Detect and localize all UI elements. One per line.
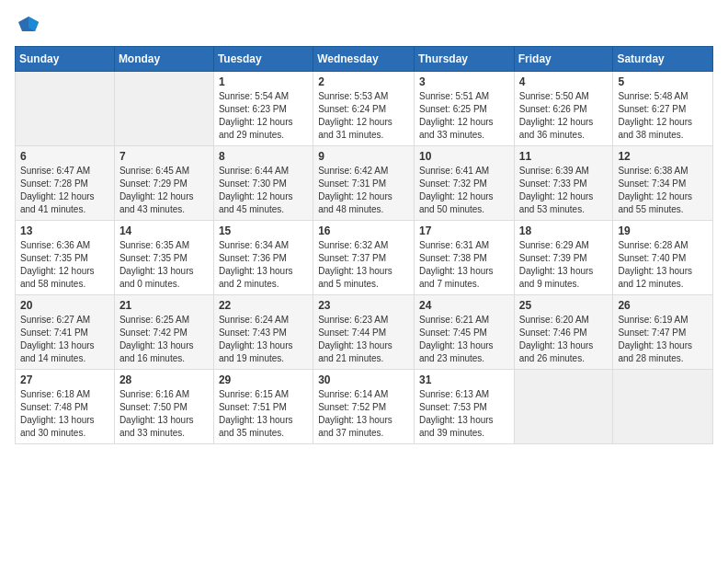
day-number: 15 bbox=[219, 224, 308, 237]
day-number: 30 bbox=[318, 373, 409, 386]
week-row-3: 20Sunrise: 6:27 AM Sunset: 7:41 PM Dayli… bbox=[16, 295, 713, 370]
day-cell bbox=[114, 72, 213, 146]
day-number: 25 bbox=[519, 299, 609, 312]
day-info: Sunrise: 6:19 AM Sunset: 7:47 PM Dayligh… bbox=[618, 314, 708, 365]
day-info: Sunrise: 6:27 AM Sunset: 7:41 PM Dayligh… bbox=[20, 314, 109, 365]
day-cell: 31Sunrise: 6:13 AM Sunset: 7:53 PM Dayli… bbox=[414, 370, 514, 444]
day-cell bbox=[514, 370, 613, 444]
day-number: 18 bbox=[519, 224, 609, 237]
day-info: Sunrise: 6:16 AM Sunset: 7:50 PM Dayligh… bbox=[119, 388, 209, 440]
day-cell: 24Sunrise: 6:21 AM Sunset: 7:45 PM Dayli… bbox=[414, 295, 514, 370]
day-info: Sunrise: 5:54 AM Sunset: 6:23 PM Dayligh… bbox=[219, 90, 308, 142]
day-header-wednesday: Wednesday bbox=[313, 47, 415, 72]
day-cell: 8Sunrise: 6:44 AM Sunset: 7:30 PM Daylig… bbox=[213, 146, 313, 221]
week-row-4: 27Sunrise: 6:18 AM Sunset: 7:48 PM Dayli… bbox=[16, 370, 713, 444]
day-cell: 1Sunrise: 5:54 AM Sunset: 6:23 PM Daylig… bbox=[213, 72, 313, 146]
day-number: 1 bbox=[219, 75, 308, 88]
day-number: 6 bbox=[20, 150, 109, 163]
day-cell: 2Sunrise: 5:53 AM Sunset: 6:24 PM Daylig… bbox=[313, 72, 415, 146]
day-number: 28 bbox=[119, 373, 209, 386]
day-info: Sunrise: 6:18 AM Sunset: 7:48 PM Dayligh… bbox=[20, 388, 109, 440]
day-cell: 23Sunrise: 6:23 AM Sunset: 7:44 PM Dayli… bbox=[313, 295, 415, 370]
day-number: 29 bbox=[219, 373, 308, 386]
day-info: Sunrise: 6:20 AM Sunset: 7:46 PM Dayligh… bbox=[519, 314, 609, 365]
day-header-thursday: Thursday bbox=[414, 47, 514, 72]
day-number: 17 bbox=[419, 224, 509, 237]
week-row-0: 1Sunrise: 5:54 AM Sunset: 6:23 PM Daylig… bbox=[16, 72, 713, 146]
day-number: 31 bbox=[419, 373, 509, 386]
day-info: Sunrise: 6:15 AM Sunset: 7:51 PM Dayligh… bbox=[219, 388, 308, 440]
day-info: Sunrise: 6:44 AM Sunset: 7:30 PM Dayligh… bbox=[219, 165, 308, 216]
day-cell: 21Sunrise: 6:25 AM Sunset: 7:42 PM Dayli… bbox=[114, 295, 213, 370]
day-info: Sunrise: 6:47 AM Sunset: 7:28 PM Dayligh… bbox=[20, 165, 109, 216]
day-info: Sunrise: 6:41 AM Sunset: 7:32 PM Dayligh… bbox=[419, 165, 509, 216]
day-cell: 18Sunrise: 6:29 AM Sunset: 7:39 PM Dayli… bbox=[514, 221, 613, 295]
day-cell: 11Sunrise: 6:39 AM Sunset: 7:33 PM Dayli… bbox=[514, 146, 613, 221]
day-info: Sunrise: 5:48 AM Sunset: 6:27 PM Dayligh… bbox=[618, 90, 708, 142]
day-info: Sunrise: 6:36 AM Sunset: 7:35 PM Dayligh… bbox=[20, 239, 109, 291]
day-header-sunday: Sunday bbox=[16, 47, 115, 72]
day-cell bbox=[16, 72, 115, 146]
day-info: Sunrise: 6:21 AM Sunset: 7:45 PM Dayligh… bbox=[419, 314, 509, 365]
header bbox=[15, 15, 713, 35]
day-cell: 25Sunrise: 6:20 AM Sunset: 7:46 PM Dayli… bbox=[514, 295, 613, 370]
day-info: Sunrise: 6:38 AM Sunset: 7:34 PM Dayligh… bbox=[618, 165, 708, 216]
week-row-1: 6Sunrise: 6:47 AM Sunset: 7:28 PM Daylig… bbox=[16, 146, 713, 221]
day-info: Sunrise: 6:25 AM Sunset: 7:42 PM Dayligh… bbox=[119, 314, 209, 365]
day-cell: 5Sunrise: 5:48 AM Sunset: 6:27 PM Daylig… bbox=[613, 72, 713, 146]
day-cell: 12Sunrise: 6:38 AM Sunset: 7:34 PM Dayli… bbox=[613, 146, 713, 221]
logo-icon bbox=[18, 15, 39, 35]
day-number: 11 bbox=[519, 150, 609, 163]
day-number: 4 bbox=[519, 75, 609, 88]
day-cell: 4Sunrise: 5:50 AM Sunset: 6:26 PM Daylig… bbox=[514, 72, 613, 146]
day-cell: 10Sunrise: 6:41 AM Sunset: 7:32 PM Dayli… bbox=[414, 146, 514, 221]
day-number: 20 bbox=[20, 299, 109, 312]
day-cell: 14Sunrise: 6:35 AM Sunset: 7:35 PM Dayli… bbox=[114, 221, 213, 295]
day-info: Sunrise: 6:28 AM Sunset: 7:40 PM Dayligh… bbox=[618, 239, 708, 291]
day-number: 21 bbox=[119, 299, 209, 312]
day-info: Sunrise: 6:42 AM Sunset: 7:31 PM Dayligh… bbox=[318, 165, 409, 216]
day-header-saturday: Saturday bbox=[613, 47, 713, 72]
day-cell: 22Sunrise: 6:24 AM Sunset: 7:43 PM Dayli… bbox=[213, 295, 313, 370]
day-info: Sunrise: 6:14 AM Sunset: 7:52 PM Dayligh… bbox=[318, 388, 409, 440]
day-cell bbox=[613, 370, 713, 444]
day-cell: 20Sunrise: 6:27 AM Sunset: 7:41 PM Dayli… bbox=[16, 295, 115, 370]
day-info: Sunrise: 6:24 AM Sunset: 7:43 PM Dayligh… bbox=[219, 314, 308, 365]
day-cell: 30Sunrise: 6:14 AM Sunset: 7:52 PM Dayli… bbox=[313, 370, 415, 444]
calendar: SundayMondayTuesdayWednesdayThursdayFrid… bbox=[15, 46, 713, 444]
day-cell: 9Sunrise: 6:42 AM Sunset: 7:31 PM Daylig… bbox=[313, 146, 415, 221]
day-number: 14 bbox=[119, 224, 209, 237]
day-cell: 19Sunrise: 6:28 AM Sunset: 7:40 PM Dayli… bbox=[613, 221, 713, 295]
page: SundayMondayTuesdayWednesdayThursdayFrid… bbox=[0, 0, 728, 563]
day-number: 13 bbox=[20, 224, 109, 237]
day-cell: 29Sunrise: 6:15 AM Sunset: 7:51 PM Dayli… bbox=[213, 370, 313, 444]
day-number: 12 bbox=[618, 150, 708, 163]
day-number: 22 bbox=[219, 299, 308, 312]
day-info: Sunrise: 6:35 AM Sunset: 7:35 PM Dayligh… bbox=[119, 239, 209, 291]
day-number: 7 bbox=[119, 150, 209, 163]
day-number: 8 bbox=[219, 150, 308, 163]
day-info: Sunrise: 6:34 AM Sunset: 7:36 PM Dayligh… bbox=[219, 239, 308, 291]
day-info: Sunrise: 6:13 AM Sunset: 7:53 PM Dayligh… bbox=[419, 388, 509, 440]
week-row-2: 13Sunrise: 6:36 AM Sunset: 7:35 PM Dayli… bbox=[16, 221, 713, 295]
day-info: Sunrise: 6:31 AM Sunset: 7:38 PM Dayligh… bbox=[419, 239, 509, 291]
day-number: 26 bbox=[618, 299, 708, 312]
day-header-tuesday: Tuesday bbox=[213, 47, 313, 72]
day-cell: 17Sunrise: 6:31 AM Sunset: 7:38 PM Dayli… bbox=[414, 221, 514, 295]
day-header-friday: Friday bbox=[514, 47, 613, 72]
day-info: Sunrise: 6:29 AM Sunset: 7:39 PM Dayligh… bbox=[519, 239, 609, 291]
day-info: Sunrise: 6:23 AM Sunset: 7:44 PM Dayligh… bbox=[318, 314, 409, 365]
day-cell: 16Sunrise: 6:32 AM Sunset: 7:37 PM Dayli… bbox=[313, 221, 415, 295]
day-cell: 26Sunrise: 6:19 AM Sunset: 7:47 PM Dayli… bbox=[613, 295, 713, 370]
day-number: 24 bbox=[419, 299, 509, 312]
day-cell: 27Sunrise: 6:18 AM Sunset: 7:48 PM Dayli… bbox=[16, 370, 115, 444]
day-number: 9 bbox=[318, 150, 409, 163]
day-info: Sunrise: 5:50 AM Sunset: 6:26 PM Dayligh… bbox=[519, 90, 609, 142]
day-number: 3 bbox=[419, 75, 509, 88]
day-cell: 13Sunrise: 6:36 AM Sunset: 7:35 PM Dayli… bbox=[16, 221, 115, 295]
day-number: 10 bbox=[419, 150, 509, 163]
day-cell: 6Sunrise: 6:47 AM Sunset: 7:28 PM Daylig… bbox=[16, 146, 115, 221]
day-cell: 15Sunrise: 6:34 AM Sunset: 7:36 PM Dayli… bbox=[213, 221, 313, 295]
day-info: Sunrise: 6:32 AM Sunset: 7:37 PM Dayligh… bbox=[318, 239, 409, 291]
day-info: Sunrise: 6:45 AM Sunset: 7:29 PM Dayligh… bbox=[119, 165, 209, 216]
